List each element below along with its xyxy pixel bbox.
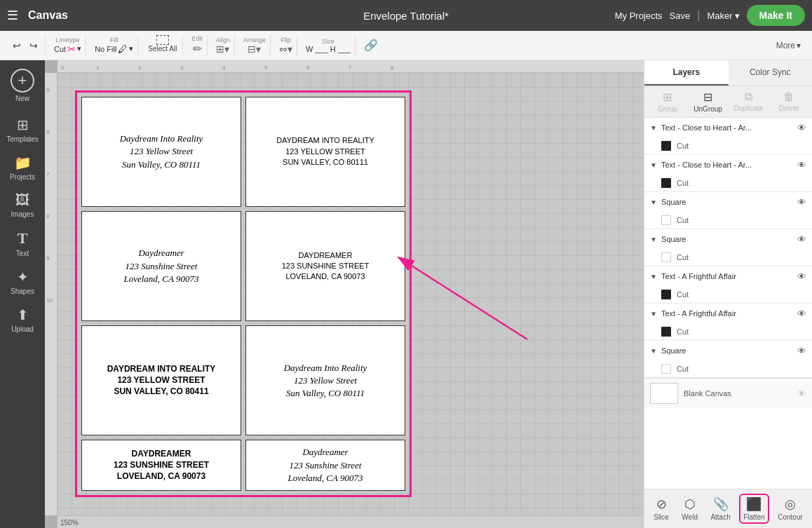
expand-icon[interactable]: ▼ — [650, 347, 658, 355]
selection-box — [75, 90, 412, 497]
visibility-icon[interactable]: 👁 — [797, 160, 806, 170]
color-swatch — [661, 327, 671, 337]
maker-selector[interactable]: Maker ▾ — [707, 11, 739, 21]
layer-group: ▼ Square 👁 Cut — [644, 192, 812, 229]
expand-icon[interactable]: ▼ — [650, 273, 658, 280]
undo-button[interactable]: ↩ — [10, 39, 24, 53]
layer-row[interactable]: ▼ Square 👁 — [644, 341, 812, 360]
color-swatch — [661, 178, 671, 188]
duplicate-button[interactable]: ⧉ Duplicate — [733, 90, 764, 113]
weld-button[interactable]: ⬡ Weld — [677, 495, 702, 522]
group-button[interactable]: ⊞ Group — [652, 90, 683, 113]
layer-sub: Cut — [644, 175, 812, 191]
layers-list: ▼ Text - Close to Heart - Ar... 👁 Cut ▼ … — [644, 118, 812, 489]
layer-sub: Cut — [644, 249, 812, 266]
visibility-icon[interactable]: 👁 — [797, 271, 806, 282]
layer-group: ▼ Text - A Frightful Affair 👁 Cut — [644, 266, 812, 304]
svg-line-1 — [412, 266, 527, 339]
layer-sub: Cut — [644, 323, 812, 340]
sidebar-item-text[interactable]: T Text — [0, 224, 45, 263]
right-tabs: Layers Color Sync — [644, 60, 812, 86]
layer-name: Text - Close to Heart - Ar... — [661, 161, 794, 169]
size-inputs[interactable]: W ___ H ___ — [306, 45, 351, 53]
layer-name: Square — [661, 346, 794, 355]
visibility-icon[interactable]: 👁 — [797, 234, 806, 245]
sidebar-item-shapes[interactable]: ✦ Shapes — [0, 263, 45, 301]
layer-row[interactable]: ▼ Text - Close to Heart - Ar... 👁 — [644, 118, 812, 137]
layer-sub: Cut — [644, 286, 812, 303]
layer-group: ▼ Text - Close to Heart - Ar... 👁 Cut — [644, 118, 812, 155]
sidebar-item-projects[interactable]: 📁 Projects — [0, 149, 45, 187]
color-swatch — [661, 290, 671, 299]
arrange-button[interactable]: ⊟▾ — [248, 43, 261, 55]
expand-icon[interactable]: ▼ — [650, 161, 658, 169]
visibility-icon[interactable]: 👁 — [797, 197, 806, 208]
divider: | — [697, 9, 700, 22]
layer-sub: Cut — [644, 137, 812, 154]
save-button[interactable]: Save — [670, 11, 691, 21]
layer-row[interactable]: ▼ Text - A Frightful Affair 👁 — [644, 304, 812, 323]
layer-row[interactable]: ▼ Text - Close to Heart - Ar... 👁 — [644, 155, 812, 175]
edit-icon[interactable]: ✏ — [193, 42, 202, 55]
left-sidebar: + New ⊞ Templates 📁 Projects 🖼 Images T … — [0, 60, 45, 528]
canvas-grid[interactable]: Daydream Into Reality123 Yellow StreetSu… — [57, 73, 644, 515]
make-it-button[interactable]: Make It — [747, 5, 805, 26]
layer-sub: Cut — [644, 212, 812, 229]
layer-row[interactable]: ▼ Text - A Frightful Affair 👁 — [644, 266, 812, 286]
layer-group: ▼ Text - Close to Heart - Ar... 👁 Cut — [644, 155, 812, 192]
expand-icon[interactable]: ▼ — [650, 236, 658, 243]
tab-color-sync[interactable]: Color Sync — [729, 60, 813, 86]
color-swatch — [661, 252, 671, 262]
menu-icon[interactable]: ☰ — [7, 8, 18, 23]
delete-button[interactable]: 🗑 Delete — [773, 90, 804, 113]
blank-canvas-row: Blank Canvas 👁 — [644, 378, 812, 408]
layer-row[interactable]: ▼ Square 👁 — [644, 192, 812, 212]
app-logo: Canvas — [28, 9, 68, 22]
redo-button[interactable]: ↪ — [27, 39, 41, 53]
more-button[interactable]: More ▾ — [776, 41, 801, 50]
action-buttons: ⊞ Group ⊟ UnGroup ⧉ Duplicate 🗑 Delete — [644, 86, 812, 118]
hscroll-bar[interactable] — [57, 515, 644, 528]
edit-label: Edit — [191, 35, 203, 42]
blank-canvas-preview — [650, 383, 678, 404]
sidebar-item-upload[interactable]: ⬆ Upload — [0, 301, 45, 339]
expand-icon[interactable]: ▼ — [650, 310, 658, 318]
fill-value[interactable]: No Fill 🖊 ▾ — [95, 43, 133, 55]
sidebar-item-templates[interactable]: ⊞ Templates — [0, 111, 45, 149]
color-swatch — [661, 215, 671, 225]
layer-name: Square — [661, 235, 794, 243]
ungroup-button[interactable]: ⊟ UnGroup — [693, 90, 724, 113]
attach-button[interactable]: 📎 Attach — [706, 495, 734, 522]
color-swatch — [661, 141, 671, 151]
project-title: Envelope Tutorial* — [363, 10, 449, 22]
color-swatch — [661, 364, 671, 374]
my-projects-link[interactable]: My Projects — [615, 11, 663, 21]
expand-icon[interactable]: ▼ — [650, 198, 658, 206]
layer-name: Text - Close to Heart - Ar... — [661, 123, 794, 132]
slice-button[interactable]: ⊘ Slice — [649, 495, 673, 522]
linetype-value[interactable]: Cut ✂ ▾ — [54, 43, 81, 55]
layer-name: Text - A Frightful Affair — [661, 272, 794, 280]
blank-canvas-visibility-icon[interactable]: 👁 — [797, 388, 806, 399]
tab-layers[interactable]: Layers — [644, 60, 729, 86]
layer-name: Square — [661, 198, 794, 206]
visibility-icon[interactable]: 👁 — [797, 123, 806, 133]
sidebar-item-new[interactable]: + New — [0, 63, 45, 108]
zoom-label: 150% — [60, 519, 79, 527]
align-button[interactable]: ⊞▾ — [216, 43, 229, 55]
layer-group: ▼ Square 👁 Cut — [644, 229, 812, 266]
expand-icon[interactable]: ▼ — [650, 124, 658, 132]
contour-button[interactable]: ◎ Contour — [773, 495, 807, 522]
visibility-icon[interactable]: 👁 — [797, 309, 806, 319]
layer-group: ▼ Text - A Frightful Affair 👁 Cut — [644, 304, 812, 341]
blank-canvas-label: Blank Canvas — [684, 389, 792, 398]
layer-name: Text - A Frightful Affair — [661, 309, 794, 318]
flip-button[interactable]: ⇔▾ — [279, 43, 292, 55]
layer-group: ▼ Square 👁 Cut — [644, 341, 812, 378]
sidebar-item-images[interactable]: 🖼 Images — [0, 187, 45, 224]
visibility-icon[interactable]: 👁 — [797, 346, 806, 356]
select-all-button[interactable]: Select All — [148, 35, 177, 53]
ruler-left: 5 6 7 8 9 10 — [45, 73, 57, 515]
layer-row[interactable]: ▼ Square 👁 — [644, 229, 812, 249]
flatten-button[interactable]: ⬛ Flatten — [739, 494, 769, 524]
